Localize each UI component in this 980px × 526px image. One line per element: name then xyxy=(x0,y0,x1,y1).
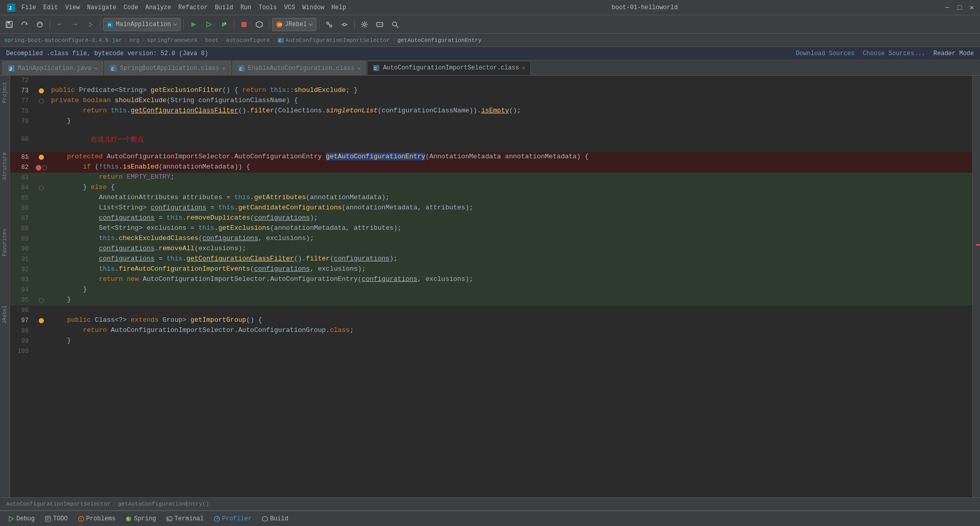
code-line-90: 90 configurations.removeAll(exclusions); xyxy=(10,244,972,254)
code-line-97: 97 public Class<?> extends Group> getImp… xyxy=(10,316,972,326)
choose-sources-link[interactable]: Choose Sources... xyxy=(863,50,925,57)
svg-text:C: C xyxy=(279,38,281,43)
toolbar-sep-7 xyxy=(354,19,355,30)
code-line-72: 72 xyxy=(10,76,972,86)
code-line-89: 89 this.checkExcludedClasses(configurati… xyxy=(10,234,972,244)
toolbar-sync[interactable] xyxy=(17,17,32,32)
tab-main-application[interactable]: J MainApplication.java ✕ xyxy=(2,61,103,75)
fold-95[interactable] xyxy=(39,298,44,303)
fold-indicator-82[interactable] xyxy=(42,165,47,170)
problems-btn[interactable]: Problems xyxy=(74,514,120,523)
fold-84[interactable] xyxy=(39,185,44,190)
menu-window[interactable]: Window xyxy=(302,4,324,11)
maximize-button[interactable]: □ xyxy=(955,4,964,12)
tab-close-main[interactable]: ✕ xyxy=(94,65,97,71)
menu-help[interactable]: Help xyxy=(331,4,346,11)
menu-edit[interactable]: Edit xyxy=(43,4,58,11)
menu-vcs[interactable]: VCS xyxy=(284,4,296,11)
bc-autoconfigure[interactable]: autoconfigure xyxy=(226,37,270,43)
sb-method[interactable]: getAutoConfigurationEntry() xyxy=(118,501,209,507)
favorites-panel[interactable]: Favorites xyxy=(1,227,9,258)
toolbar-forward[interactable]: → xyxy=(68,17,82,32)
search-everywhere[interactable] xyxy=(388,17,402,32)
toolbar-back[interactable]: ← xyxy=(53,17,67,32)
menu-code[interactable]: Code xyxy=(124,4,138,11)
profiler-btn[interactable]: Profiler xyxy=(210,514,256,523)
svg-line-17 xyxy=(329,23,330,25)
fold-indicator[interactable] xyxy=(39,99,44,104)
bc-boot[interactable]: boot xyxy=(205,37,218,43)
structure-panel[interactable]: Structure xyxy=(1,150,9,182)
menu-view[interactable]: View xyxy=(65,4,80,11)
title-bar-left: J File Edit View Navigate Code Analyze R… xyxy=(4,1,346,15)
debug-button[interactable] xyxy=(202,17,216,32)
title-bar-controls: − □ ✕ xyxy=(943,4,976,12)
notif-actions: Download Sources Choose Sources... Reade… xyxy=(796,50,974,57)
app-icon: J xyxy=(4,1,18,15)
code-line-99: 99 } xyxy=(10,336,972,346)
bc-springframework[interactable]: springframework xyxy=(147,37,198,43)
svg-point-50 xyxy=(216,518,217,519)
main-app-dropdown[interactable]: M MainApplication xyxy=(103,18,181,31)
toolbar-recent[interactable] xyxy=(83,17,97,32)
menu-build[interactable]: Build xyxy=(215,4,233,11)
tab-spring-boot-app[interactable]: C SpringBootApplication.class ✕ xyxy=(104,61,231,75)
toolbar-save[interactable] xyxy=(2,17,16,32)
code-line-84: 84 } else { xyxy=(10,183,972,193)
svg-point-21 xyxy=(363,23,365,26)
keymap-button[interactable] xyxy=(373,17,387,32)
menu-refactor[interactable]: Refactor xyxy=(178,4,208,11)
code-line-77: 77 private boolean shouldExclude(String … xyxy=(10,96,972,106)
code-editor[interactable]: 72 73 public Predicate<String> getExclus… xyxy=(10,76,972,497)
todo-btn[interactable]: TODO xyxy=(41,514,72,523)
menu-run[interactable]: Run xyxy=(240,4,252,11)
download-sources-link[interactable]: Download Sources xyxy=(796,50,854,57)
git-update[interactable] xyxy=(322,17,336,32)
spring-btn[interactable]: S Spring xyxy=(121,514,160,523)
build-project[interactable] xyxy=(252,17,266,32)
bc-jar[interactable]: spring-boot-autoconfigure-2.4.5.jar xyxy=(4,37,122,43)
toolbar-refresh[interactable] xyxy=(33,17,47,32)
editor-scrollbar[interactable] xyxy=(972,76,980,497)
svg-text:J: J xyxy=(9,67,12,72)
jrebel-dropdown[interactable]: JR JRebel xyxy=(272,18,316,31)
bc-org[interactable]: org xyxy=(130,37,140,43)
git-commit[interactable] xyxy=(337,17,352,32)
settings-button[interactable] xyxy=(357,17,372,32)
reader-mode-link[interactable]: Reader Mode xyxy=(934,50,974,57)
tab-close-spring[interactable]: ✕ xyxy=(223,65,226,71)
stop-button[interactable] xyxy=(237,17,251,32)
menu-tools[interactable]: Tools xyxy=(259,4,277,11)
svg-point-44 xyxy=(81,520,82,521)
tab-close-autoconfig[interactable]: ✕ xyxy=(522,65,525,71)
tab-autoconfig-selector[interactable]: C AutoConfigurationImportSelector.class … xyxy=(367,61,530,75)
menu-file[interactable]: File xyxy=(21,4,36,11)
tab-enable-autoconfig[interactable]: C EnableAutoConfiguration.class ✕ xyxy=(232,61,366,75)
breadcrumb: spring-boot-autoconfigure-2.4.5.jar › or… xyxy=(0,34,980,47)
code-line-78: 78 return this.getConfigurationClassFilt… xyxy=(10,106,972,116)
build-btn[interactable]: Build xyxy=(258,514,292,523)
code-line-73: 73 public Predicate<String> getExclusion… xyxy=(10,86,972,96)
terminal-btn[interactable]: Terminal xyxy=(162,514,208,523)
toolbar-sep-4 xyxy=(234,19,234,30)
run-with-coverage[interactable] xyxy=(217,17,231,32)
sb-class[interactable]: AutoConfigurationImportSelector xyxy=(6,501,111,507)
close-button[interactable]: ✕ xyxy=(968,4,976,12)
run-button[interactable] xyxy=(186,17,201,32)
bc-method[interactable]: getAutoConfigurationEntry xyxy=(397,37,481,43)
minimize-button[interactable]: − xyxy=(943,4,951,12)
bc-class[interactable]: CAutoConfigurationImportSelector xyxy=(277,37,390,44)
debug-panel-btn[interactable]: Debug xyxy=(4,514,39,523)
project-panel[interactable]: Project xyxy=(1,80,9,105)
code-line-95: 95 } xyxy=(10,295,972,305)
svg-rect-39 xyxy=(45,516,51,521)
code-line-93: 93 return new AutoConfigurationImportSel… xyxy=(10,275,972,285)
tab-close-enable[interactable]: ✕ xyxy=(357,65,360,71)
code-line-83: 83 return EMPTY_ENTRY; xyxy=(10,173,972,183)
menu-analyze[interactable]: Analyze xyxy=(145,4,171,11)
jrebel-panel[interactable]: JRebel xyxy=(1,303,9,326)
code-line-80: 80 在这儿打一个断点 xyxy=(10,127,972,152)
menu-navigate[interactable]: Navigate xyxy=(87,4,116,11)
code-line-79: 79 } xyxy=(10,116,972,127)
code-scroll-area[interactable]: 72 73 public Predicate<String> getExclus… xyxy=(10,76,972,497)
